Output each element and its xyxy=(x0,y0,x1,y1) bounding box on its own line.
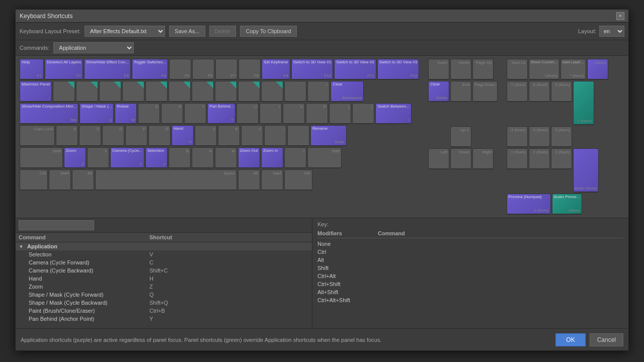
key-f4[interactable]: Toggle Switches... F4 xyxy=(132,59,168,80)
key-quote[interactable]: ' xyxy=(287,125,309,146)
key-o[interactable]: O xyxy=(283,103,305,124)
key-f12[interactable]: Switch to 3D View #3 F12 xyxy=(377,59,419,80)
cancel-button[interactable]: Cancel xyxy=(590,333,623,346)
key-alt-l[interactable]: Alt xyxy=(72,169,94,191)
key-i[interactable]: I xyxy=(260,103,282,124)
key-1[interactable]: 1 xyxy=(53,81,75,102)
key-bracket-r[interactable]: ] xyxy=(352,103,374,124)
key-enter[interactable]: Rename Enter xyxy=(310,125,347,146)
key-num3[interactable]: 3 (Num) xyxy=(551,148,572,169)
save-as-button[interactable]: Save As... xyxy=(169,26,205,37)
key-f2[interactable]: Deselect All Layers F2 xyxy=(45,59,83,80)
key-capslock[interactable]: Caps Lock xyxy=(20,125,55,146)
key-comma[interactable]: Zoom Out , xyxy=(238,147,260,168)
key-2[interactable]: 2 xyxy=(76,81,98,102)
key-p[interactable]: P xyxy=(306,103,328,124)
key-delete[interactable]: ClearDelete xyxy=(428,81,449,102)
key-shift-l[interactable]: Shift xyxy=(20,147,63,168)
key-left[interactable]: Left xyxy=(428,148,449,169)
key-f5[interactable]: F5 xyxy=(169,59,191,80)
key-num-mul[interactable]: Add Layer...* (Num) xyxy=(560,59,586,80)
cmd-group-application[interactable]: ▼ Application xyxy=(16,242,312,250)
key-tab[interactable]: Show/Hide Composition Mini... Tab xyxy=(20,103,78,124)
key-w[interactable]: Rotate W xyxy=(115,103,137,124)
key-minus[interactable]: - xyxy=(284,81,306,102)
key-num-dot[interactable]: Audio Previe.... (Num) xyxy=(552,194,582,215)
key-semicolon[interactable]: ; xyxy=(264,125,286,146)
key-start-l[interactable]: Start xyxy=(49,169,71,191)
key-8[interactable]: 8 xyxy=(215,81,237,102)
close-button[interactable]: × xyxy=(616,12,624,20)
list-item[interactable]: Shape / Mask (Cycle Backward) Shift+Q xyxy=(16,299,312,307)
key-down[interactable]: Down xyxy=(450,148,471,169)
list-item[interactable]: Paint (Brush/Clone/Eraser) Ctrl+B xyxy=(16,307,312,315)
key-f8[interactable]: F8 xyxy=(238,59,261,80)
key-num-plus[interactable]: + (Num) xyxy=(573,81,594,125)
key-f7[interactable]: F7 xyxy=(215,59,237,80)
key-backtick[interactable]: Maximize Panel ~ xyxy=(20,81,52,102)
key-y[interactable]: Pan Behind... Y xyxy=(207,103,235,124)
key-period[interactable]: Zoom In . xyxy=(261,147,283,168)
key-n[interactable]: N xyxy=(192,147,214,168)
key-u[interactable]: U xyxy=(236,103,259,124)
key-h[interactable]: Hand H xyxy=(172,125,194,146)
key-ctrl-l[interactable]: Ctrl xyxy=(20,169,48,191)
key-backspace[interactable]: Clear Backspace xyxy=(331,81,364,102)
key-3[interactable]: 3 xyxy=(99,81,121,102)
key-f6[interactable]: F6 xyxy=(192,59,214,80)
key-4[interactable]: 4 xyxy=(122,81,144,102)
key-6[interactable]: 6 xyxy=(169,81,191,102)
commands-select[interactable]: Application xyxy=(53,42,134,53)
key-m[interactable]: M xyxy=(215,147,237,168)
key-5[interactable]: 5 xyxy=(145,81,168,102)
list-item[interactable]: Zoom Z xyxy=(16,283,312,291)
key-b[interactable]: B xyxy=(169,147,191,168)
key-num6[interactable]: 6 (Num) xyxy=(551,126,572,147)
preset-select[interactable]: After Effects Default.txt xyxy=(85,26,165,37)
list-item[interactable]: Pan Behind (Anchor Point) Y xyxy=(16,315,312,323)
key-9[interactable]: 9 xyxy=(238,81,260,102)
key-insert[interactable]: Insert xyxy=(428,59,449,80)
key-slash[interactable]: / xyxy=(284,147,306,168)
mod-row-none[interactable]: None xyxy=(317,240,623,248)
key-num-minus[interactable]: - (Num) xyxy=(587,59,608,80)
mod-row-ctrl-alt-shift[interactable]: Ctrl+Alt+Shift xyxy=(317,296,623,304)
key-f3[interactable]: Show/Hide Effect Con... F3 xyxy=(84,59,131,80)
list-item[interactable]: Hand H xyxy=(16,275,312,283)
list-item[interactable]: Camera (Cycle Forward) C xyxy=(16,258,312,266)
key-x[interactable]: X xyxy=(87,147,109,168)
mod-row-ctrl-alt[interactable]: Ctrl+Alt xyxy=(317,272,623,280)
key-f10[interactable]: Switch to 3D View #1 F10 xyxy=(291,59,333,80)
key-home[interactable]: Home xyxy=(450,59,471,80)
key-start-r[interactable]: Start xyxy=(261,169,283,191)
mod-row-alt[interactable]: Alt xyxy=(317,256,623,264)
search-input[interactable] xyxy=(19,220,94,230)
key-j[interactable]: J xyxy=(195,125,217,146)
key-f11[interactable]: Switch to 3D View #2 F11 xyxy=(334,59,376,80)
key-num4[interactable]: 4 (Num) xyxy=(507,126,528,147)
key-num5[interactable]: 5 (Num) xyxy=(529,126,550,147)
key-e[interactable]: E xyxy=(138,103,160,124)
key-f1[interactable]: Help F1 xyxy=(20,59,44,80)
key-q[interactable]: Shape / Mask (... Q xyxy=(79,103,114,124)
key-right[interactable]: Right xyxy=(472,148,494,169)
key-a[interactable]: A xyxy=(56,125,78,146)
key-num-div[interactable]: Show Curren.../ (Num) xyxy=(529,59,559,80)
list-item[interactable]: Selection V xyxy=(16,250,312,258)
key-r[interactable]: R xyxy=(161,103,183,124)
mod-row-ctrl-shift[interactable]: Ctrl+Shift xyxy=(317,280,623,288)
key-pagedown[interactable]: Page Down xyxy=(472,81,497,102)
key-equals[interactable]: = xyxy=(307,81,330,102)
key-0[interactable]: 0 xyxy=(261,81,283,102)
key-alt-r[interactable]: Alt xyxy=(238,169,260,191)
key-num7[interactable]: 7 (Num) xyxy=(507,81,528,102)
key-space[interactable]: Space xyxy=(95,169,237,191)
key-shift-r[interactable]: Shift xyxy=(307,147,342,168)
key-ctrl-r[interactable]: Ctrl xyxy=(284,169,312,191)
list-item[interactable]: Shape / Mask (Cycle Forward) Q xyxy=(16,291,312,299)
mod-row-alt-shift[interactable]: Alt+Shift xyxy=(317,288,623,296)
key-num0[interactable]: Preview (Numpad)0 (Num) xyxy=(507,194,551,215)
key-d[interactable]: D xyxy=(102,125,124,146)
key-num-enter[interactable]: Enter (Num) xyxy=(573,148,599,193)
key-t[interactable]: T xyxy=(184,103,206,124)
